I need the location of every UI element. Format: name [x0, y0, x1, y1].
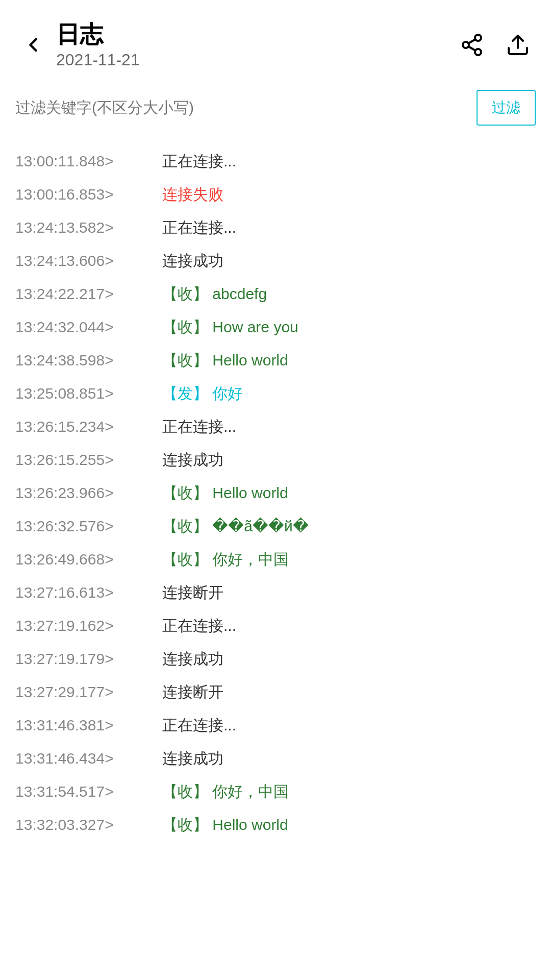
log-time: 13:00:16.853> — [15, 183, 158, 206]
log-message: 连接失败 — [162, 183, 223, 206]
log-entry: 13:31:54.517>【收】 你好，中国 — [15, 775, 536, 808]
log-entry: 13:24:13.606>连接成功 — [15, 244, 536, 277]
log-message: 正在连接... — [162, 614, 236, 637]
filter-area: 过滤 — [0, 80, 551, 136]
log-message: 连接成功 — [162, 747, 223, 770]
log-time: 13:26:23.966> — [15, 481, 158, 504]
log-entry: 13:26:15.255>连接成功 — [15, 443, 536, 476]
log-entry: 13:24:32.044>【收】 How are you — [15, 310, 536, 344]
log-message: 【收】 abcdefg — [162, 282, 267, 305]
page-subtitle: 2021-11-21 — [56, 51, 454, 69]
log-time: 13:27:16.613> — [15, 581, 158, 604]
filter-input[interactable] — [15, 94, 468, 121]
share-button[interactable] — [454, 27, 490, 63]
page-title: 日志 — [56, 20, 454, 48]
log-message: 【收】 你好，中国 — [162, 548, 289, 571]
svg-line-4 — [468, 39, 475, 43]
log-time: 13:26:49.668> — [15, 548, 158, 571]
log-entry: 13:27:19.179>连接成功 — [15, 642, 536, 675]
header-title-area: 日志 2021-11-21 — [51, 20, 454, 69]
log-message: 正在连接... — [162, 216, 236, 239]
log-entry: 13:26:15.234>正在连接... — [15, 410, 536, 443]
log-entry: 13:26:32.576>【收】 ��ã��й� — [15, 509, 536, 543]
log-entry: 13:00:16.853>连接失败 — [15, 178, 536, 211]
log-entry: 13:24:38.598>【收】 Hello world — [15, 344, 536, 377]
log-time: 13:31:46.434> — [15, 747, 158, 770]
log-message: 【发】 你好 — [162, 382, 243, 405]
log-message: 连接断开 — [162, 581, 223, 604]
log-entry: 13:00:11.848>正在连接... — [15, 144, 536, 178]
log-time: 13:24:13.606> — [15, 249, 158, 272]
log-time: 13:26:15.255> — [15, 448, 158, 471]
log-entry: 13:25:08.851>【发】 你好 — [15, 377, 536, 410]
log-entry: 13:32:03.327>【收】 Hello world — [15, 808, 536, 841]
log-entry: 13:31:46.381>正在连接... — [15, 708, 536, 742]
log-entry: 13:31:46.434>连接成功 — [15, 742, 536, 775]
header-actions — [454, 27, 536, 63]
log-message: 连接断开 — [162, 680, 223, 703]
log-time: 13:26:15.234> — [15, 415, 158, 438]
log-time: 13:26:32.576> — [15, 514, 158, 537]
log-entry: 13:24:22.217>【收】 abcdefg — [15, 277, 536, 310]
log-time: 13:27:19.179> — [15, 647, 158, 670]
log-message: 【收】 你好，中国 — [162, 780, 289, 803]
log-message: 【收】 Hello world — [162, 349, 288, 372]
log-message: 【收】 How are you — [162, 315, 298, 338]
log-time: 13:31:54.517> — [15, 780, 158, 803]
log-time: 13:24:22.217> — [15, 282, 158, 305]
log-time: 13:24:38.598> — [15, 349, 158, 372]
log-message: 连接成功 — [162, 647, 223, 670]
log-message: 正在连接... — [162, 714, 236, 737]
log-message: 【收】 Hello world — [162, 813, 288, 836]
log-time: 13:24:13.582> — [15, 216, 158, 239]
export-button[interactable] — [500, 27, 536, 63]
log-message: 正在连接... — [162, 150, 236, 173]
log-entry: 13:27:19.162>正在连接... — [15, 609, 536, 642]
log-message: 连接成功 — [162, 448, 223, 471]
log-entry: 13:27:16.613>连接断开 — [15, 576, 536, 609]
svg-line-3 — [468, 46, 475, 51]
filter-button[interactable]: 过滤 — [477, 90, 536, 126]
back-button[interactable] — [15, 27, 51, 63]
header: 日志 2021-11-21 — [0, 0, 551, 80]
log-time: 13:00:11.848> — [15, 150, 158, 173]
log-time: 13:25:08.851> — [15, 382, 158, 405]
log-message: 【收】 ��ã��й� — [162, 514, 309, 537]
log-time: 13:27:19.162> — [15, 614, 158, 637]
log-entry: 13:26:23.966>【收】 Hello world — [15, 476, 536, 509]
log-message: 【收】 Hello world — [162, 481, 288, 504]
log-entry: 13:27:29.177>连接断开 — [15, 675, 536, 708]
log-list: 13:00:11.848>正在连接...13:00:16.853>连接失败13:… — [0, 136, 551, 849]
log-time: 13:32:03.327> — [15, 813, 158, 836]
log-message: 正在连接... — [162, 415, 236, 438]
log-entry: 13:24:13.582>正在连接... — [15, 211, 536, 244]
log-message: 连接成功 — [162, 249, 223, 272]
log-entry: 13:26:49.668>【收】 你好，中国 — [15, 543, 536, 576]
log-time: 13:24:32.044> — [15, 315, 158, 338]
log-time: 13:31:46.381> — [15, 714, 158, 737]
log-time: 13:27:29.177> — [15, 680, 158, 703]
